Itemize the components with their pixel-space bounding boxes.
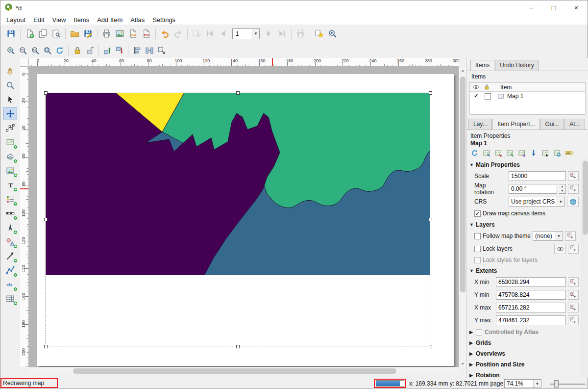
add-legend[interactable]: + — [3, 192, 17, 206]
atlas-page-combo[interactable]: 1▼ — [232, 28, 260, 39]
set-map-scale-to-canvas[interactable] — [505, 148, 515, 158]
section-position-and-size[interactable]: ▶Position and Size — [466, 359, 582, 370]
save-project[interactable] — [4, 27, 18, 40]
menu-settings[interactable]: Settings — [148, 16, 179, 24]
update-map-preview[interactable] — [552, 148, 562, 158]
crs-combo[interactable]: Use project CRS ▼ — [509, 197, 565, 207]
preview-atlas[interactable] — [190, 27, 203, 40]
extent-input-y-min[interactable] — [496, 290, 566, 300]
item-row-map1[interactable]: ✓ Map 1 — [470, 92, 585, 101]
selection-handle[interactable] — [429, 345, 432, 348]
section-extents[interactable]: ▼ Extents — [466, 265, 582, 276]
panel-scrollbar[interactable] — [582, 159, 588, 378]
extent-data-defined-button[interactable] — [568, 277, 579, 287]
section-layers[interactable]: ▼ Layers — [466, 219, 582, 230]
atlas-first-feature[interactable] — [203, 27, 217, 40]
map-item[interactable] — [46, 93, 430, 346]
controlled-by-atlas-checkbox[interactable] — [476, 329, 482, 336]
close-button[interactable]: × — [565, 0, 588, 15]
extent-data-defined-button[interactable] — [568, 315, 579, 325]
lower-selected-items[interactable] — [113, 44, 125, 56]
panel-scroll-thumb[interactable] — [583, 161, 588, 234]
print-layout[interactable] — [100, 27, 113, 40]
minimize-button[interactable]: − — [520, 0, 542, 15]
labeling-settings[interactable]: abc — [564, 148, 574, 158]
zoom-full-extent[interactable] — [41, 44, 53, 56]
add-north-arrow[interactable]: + — [3, 221, 17, 234]
export-as-image[interactable] — [113, 27, 126, 40]
selection-handle[interactable] — [236, 91, 240, 95]
section-grids[interactable]: ▶Grids — [466, 337, 582, 348]
resize-items[interactable] — [155, 44, 168, 56]
follow-map-theme-checkbox[interactable] — [474, 233, 481, 239]
menu-view[interactable]: View — [48, 16, 70, 24]
add-node-item[interactable]: + — [3, 263, 17, 277]
dock-tab-gui-[interactable]: Gui... — [540, 119, 564, 130]
dock-tab-at-[interactable]: At... — [564, 119, 585, 130]
interactively-edit-extent[interactable] — [540, 148, 550, 158]
spin-down-icon[interactable]: ▼ — [559, 189, 565, 193]
export-as-svg[interactable]: SVG — [126, 27, 140, 40]
lock-selected-items[interactable] — [71, 44, 83, 56]
layout-page[interactable] — [37, 74, 454, 366]
horizontal-scrollbar[interactable] — [29, 367, 459, 374]
section-rotation[interactable]: ▶Rotation — [466, 370, 582, 378]
tab-items[interactable]: Items — [470, 60, 494, 71]
map-rotation-input[interactable] — [509, 184, 557, 194]
extent-data-defined-button[interactable] — [568, 303, 579, 312]
vertical-scroll-thumb[interactable] — [460, 77, 466, 292]
select-move-item[interactable] — [3, 93, 17, 106]
section-main-properties[interactable]: ▼ Main Properties — [466, 159, 582, 170]
refresh-view[interactable] — [53, 44, 66, 56]
add-shape[interactable]: + — [3, 235, 17, 248]
selection-handle[interactable] — [429, 218, 432, 221]
zoom-level-combo[interactable]: 74.1% ▼ — [504, 379, 541, 388]
add-map[interactable]: + — [3, 135, 17, 149]
draw-canvas-items-checkbox[interactable] — [474, 210, 481, 217]
selection-handle[interactable] — [44, 218, 48, 221]
duplicate-layout[interactable] — [36, 27, 49, 40]
add-label[interactable]: T+ — [3, 178, 17, 191]
item-lock-checkbox[interactable] — [485, 93, 491, 100]
zoom-layout[interactable] — [3, 78, 17, 92]
move-item-content[interactable] — [3, 107, 17, 120]
undo[interactable] — [158, 27, 172, 40]
atlas-last-feature[interactable] — [275, 27, 289, 40]
add-arrow[interactable]: + — [3, 249, 17, 262]
extent-input-x-max[interactable] — [496, 303, 566, 312]
rotation-spinner[interactable]: ▲▼ — [559, 184, 566, 194]
item-label[interactable]: Map 1 — [507, 93, 523, 100]
unlock-all-items[interactable] — [83, 44, 96, 56]
refresh-map-preview[interactable] — [469, 148, 480, 158]
menu-atlas[interactable]: Atlas — [126, 16, 148, 24]
scale-data-defined-button[interactable] — [568, 171, 579, 181]
atlas-search[interactable] — [326, 27, 339, 40]
add-items-from-template[interactable] — [68, 27, 81, 40]
zoom-slider-handle[interactable] — [554, 380, 559, 388]
menu-edit[interactable]: Edit — [29, 16, 48, 24]
layout-canvas[interactable] — [29, 67, 459, 367]
zoom-in[interactable] — [4, 44, 17, 56]
maximize-button[interactable]: □ — [542, 0, 565, 15]
extent-input-y-max[interactable] — [496, 315, 566, 325]
theme-data-defined-button[interactable] — [565, 231, 576, 241]
redo[interactable] — [172, 27, 185, 40]
spin-up-icon[interactable]: ▲ — [559, 184, 565, 189]
view-extent-in-canvas[interactable] — [493, 148, 503, 158]
section-controlled-by-atlas[interactable]: ▶ Controlled by Atlas — [466, 327, 582, 337]
lock-layers-eye-button[interactable] — [554, 244, 566, 254]
select-crs-button[interactable] — [567, 197, 579, 207]
zoom-actual-size[interactable]: 1:1 — [29, 44, 41, 56]
menu-layout[interactable]: Layout — [2, 16, 29, 24]
add-html[interactable]: </>+ — [3, 278, 17, 291]
add-3d-map[interactable]: + — [3, 150, 17, 163]
lock-styles-checkbox[interactable] — [474, 257, 481, 263]
new-layout[interactable] — [23, 27, 36, 40]
section-overviews[interactable]: ▶Overviews — [466, 348, 582, 359]
bookmark-extent[interactable] — [528, 148, 539, 158]
selection-handle[interactable] — [44, 345, 48, 348]
layout-manager[interactable] — [49, 27, 63, 40]
menu-add-item[interactable]: Add Item — [93, 16, 126, 24]
map-theme-combo[interactable]: (none) ▼ — [533, 231, 563, 241]
dock-tab-lay-[interactable]: Lay... — [468, 119, 492, 130]
